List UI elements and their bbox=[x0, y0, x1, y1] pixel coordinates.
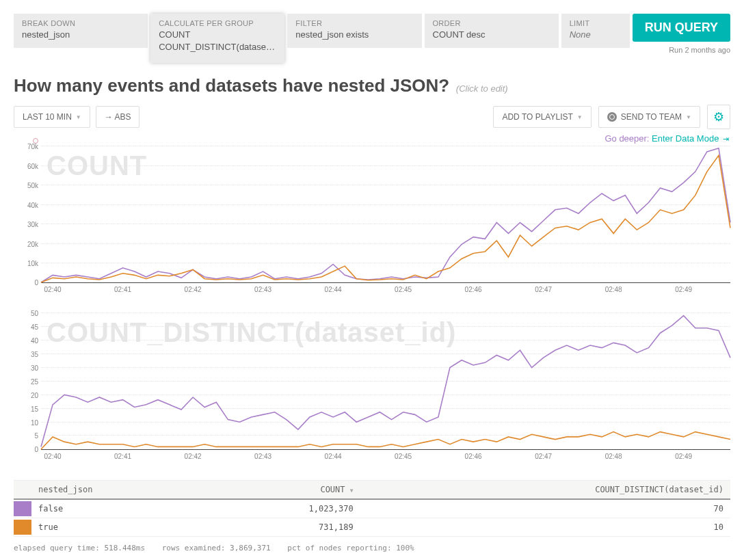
add-playlist-label: ADD TO PLAYLIST bbox=[502, 112, 572, 122]
plot-area[interactable]: 010k20k30k40k50k60k70k bbox=[41, 146, 730, 283]
y-tick: 15 bbox=[14, 405, 38, 412]
limit-cell[interactable]: LIMIT None bbox=[561, 14, 630, 48]
y-tick: 40 bbox=[14, 337, 38, 345]
cell-distinct: 10 bbox=[360, 518, 730, 537]
x-tick: 02:47 bbox=[535, 286, 552, 293]
y-tick: 5 bbox=[14, 432, 38, 440]
x-tick: 02:49 bbox=[675, 453, 692, 460]
go-deeper-label: Go deeper: bbox=[604, 133, 652, 144]
calculate-value: COUNT COUNT_DISTINCT(dataset_id) bbox=[159, 29, 276, 53]
page-title[interactable]: How many events and datasets have nested… bbox=[14, 75, 449, 96]
title-row: How many events and datasets have nested… bbox=[14, 75, 730, 96]
go-deeper-row: Go deeper: Enter Data Mode ⇥ bbox=[14, 133, 729, 144]
x-tick: 02:44 bbox=[325, 286, 342, 293]
x-tick: 02:41 bbox=[114, 286, 131, 293]
y-tick: 20k bbox=[14, 240, 38, 248]
results-table: nested_json COUNT ▼ COUNT_DISTINCT(datas… bbox=[14, 480, 730, 537]
order-label: ORDER bbox=[433, 19, 550, 27]
y-tick: 0 bbox=[14, 446, 38, 453]
stat-elapsed: elapsed query time: 518.448ms bbox=[14, 544, 145, 552]
x-axis: 02:4002:4102:4202:4302:4402:4502:4602:47… bbox=[41, 450, 730, 462]
limit-value: None bbox=[570, 29, 622, 41]
query-builder: BREAK DOWN nested_json CALCULATE PER GRO… bbox=[14, 14, 730, 63]
toolbar: LAST 10 MIN ▼ → ABS ADD TO PLAYLIST ▼ SE… bbox=[14, 105, 730, 129]
query-stats: elapsed query time: 518.448ms rows exami… bbox=[14, 544, 730, 552]
y-tick: 40k bbox=[14, 201, 38, 209]
x-axis: 02:4002:4102:4202:4302:4402:4502:4602:47… bbox=[41, 283, 730, 295]
col-distinct[interactable]: COUNT_DISTINCT(dataset_id) bbox=[360, 481, 730, 500]
y-tick: 20 bbox=[14, 391, 38, 399]
series-false bbox=[41, 316, 730, 447]
breakdown-label: BREAK DOWN bbox=[22, 19, 140, 27]
calculate-cell[interactable]: CALCULATE PER GROUP COUNT COUNT_DISTINCT… bbox=[150, 14, 284, 63]
cell-group: false bbox=[31, 499, 209, 518]
breakdown-cell[interactable]: BREAK DOWN nested_json bbox=[14, 14, 148, 48]
plot-area[interactable]: 05101520253035404550 bbox=[41, 313, 730, 450]
send-team-label: SEND TO TEAM bbox=[621, 112, 682, 122]
enter-data-mode-icon: ⇥ bbox=[723, 135, 729, 143]
chevron-down-icon: ▼ bbox=[686, 114, 691, 120]
run-column: RUN QUERY Run 2 months ago bbox=[633, 14, 730, 54]
send-to-team-button[interactable]: SEND TO TEAM ▼ bbox=[598, 106, 700, 128]
y-tick: 60k bbox=[14, 162, 38, 170]
series-true bbox=[41, 432, 730, 449]
x-tick: 02:45 bbox=[395, 453, 412, 460]
cell-count: 1,023,370 bbox=[209, 499, 360, 518]
series-false bbox=[41, 148, 730, 282]
run-query-button[interactable]: RUN QUERY bbox=[633, 14, 730, 42]
x-tick: 02:44 bbox=[325, 453, 342, 460]
time-range-label: LAST 10 MIN bbox=[23, 112, 72, 122]
calculate-label: CALCULATE PER GROUP bbox=[159, 19, 276, 27]
y-tick: 50 bbox=[14, 310, 38, 317]
time-range-button[interactable]: LAST 10 MIN ▼ bbox=[14, 106, 90, 128]
order-cell[interactable]: ORDER COUNT desc bbox=[425, 14, 559, 48]
series-swatch bbox=[14, 501, 31, 516]
charts-container: COUNT010k20k30k40k50k60k70k02:4002:4102:… bbox=[14, 146, 730, 462]
x-tick: 02:42 bbox=[185, 286, 202, 293]
y-tick: 50k bbox=[14, 182, 38, 189]
y-tick: 10k bbox=[14, 259, 38, 267]
enter-data-mode-link[interactable]: Enter Data Mode bbox=[652, 133, 719, 144]
x-tick: 02:46 bbox=[465, 453, 482, 460]
chevron-down-icon: ▼ bbox=[577, 114, 583, 120]
y-tick: 0 bbox=[14, 279, 38, 286]
add-to-playlist-button[interactable]: ADD TO PLAYLIST ▼ bbox=[493, 106, 591, 128]
x-tick: 02:45 bbox=[395, 286, 412, 293]
y-tick: 30k bbox=[14, 221, 38, 228]
x-tick: 02:47 bbox=[535, 453, 552, 460]
filter-value: nested_json exists bbox=[295, 29, 413, 41]
x-tick: 02:41 bbox=[114, 453, 131, 460]
x-tick: 02:40 bbox=[44, 453, 62, 460]
x-tick: 02:43 bbox=[254, 453, 271, 460]
run-meta: Run 2 months ago bbox=[669, 46, 730, 54]
abs-button[interactable]: → ABS bbox=[96, 106, 140, 128]
x-tick: 02:49 bbox=[675, 286, 692, 293]
cell-group: true bbox=[31, 518, 209, 537]
order-value: COUNT desc bbox=[433, 29, 550, 41]
chart: COUNT010k20k30k40k50k60k70k02:4002:4102:… bbox=[41, 146, 730, 295]
filter-cell[interactable]: FILTER nested_json exists bbox=[287, 14, 421, 48]
chart: COUNT_DISTINCT(dataset_id)05101520253035… bbox=[41, 313, 730, 462]
breakdown-value: nested_json bbox=[22, 29, 140, 41]
swatch-header bbox=[14, 481, 31, 500]
x-tick: 02:42 bbox=[185, 453, 202, 460]
chevron-down-icon: ▼ bbox=[76, 114, 81, 120]
limit-label: LIMIT bbox=[570, 19, 622, 27]
x-tick: 02:43 bbox=[254, 286, 271, 293]
col-group[interactable]: nested_json bbox=[31, 481, 209, 500]
y-tick: 45 bbox=[14, 323, 38, 331]
series-true bbox=[41, 156, 730, 283]
col-count[interactable]: COUNT ▼ bbox=[209, 481, 360, 500]
title-hint: (Click to edit) bbox=[456, 83, 508, 94]
table-row[interactable]: true731,18910 bbox=[14, 518, 730, 537]
stat-pct: pct of nodes reporting: 100% bbox=[287, 544, 414, 552]
y-tick: 30 bbox=[14, 364, 38, 371]
x-tick: 02:48 bbox=[605, 453, 622, 460]
y-tick: 10 bbox=[14, 418, 38, 426]
stat-rows: rows examined: 3,869,371 bbox=[162, 544, 271, 552]
gear-icon[interactable]: ⚙ bbox=[707, 105, 730, 129]
cell-distinct: 70 bbox=[360, 499, 730, 518]
cell-count: 731,189 bbox=[209, 518, 360, 537]
y-tick: 35 bbox=[14, 351, 38, 358]
table-row[interactable]: false1,023,37070 bbox=[14, 499, 730, 518]
